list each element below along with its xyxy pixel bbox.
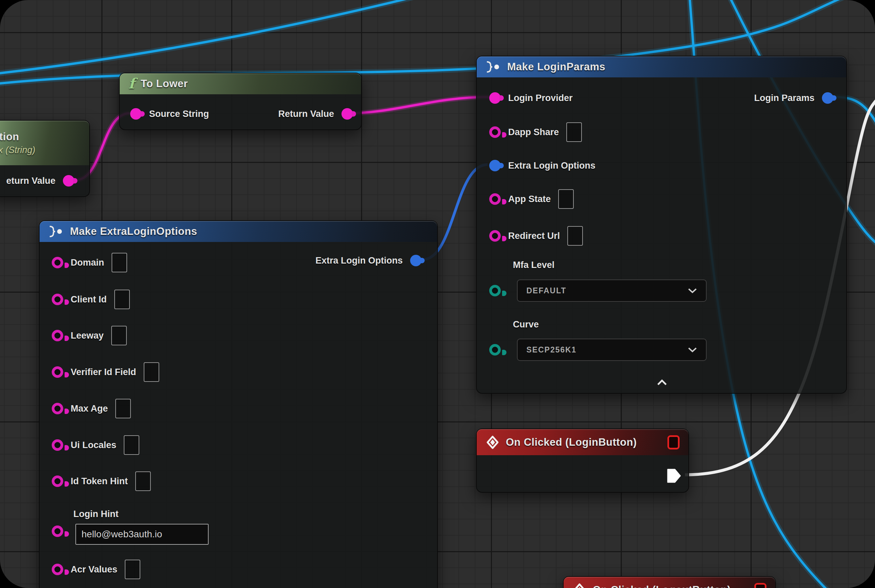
struct-pin-extra-login-options-in[interactable] bbox=[489, 160, 501, 171]
chevron-down-icon bbox=[688, 347, 697, 353]
pin-label-app-state: App State bbox=[508, 194, 551, 204]
node-on-clicked-login[interactable]: On Clicked (LoginButton) bbox=[476, 429, 689, 493]
pin-row-domain: Domain bbox=[52, 252, 127, 273]
enum-pin-curve[interactable] bbox=[489, 344, 501, 356]
string-pin-redirect-url[interactable] bbox=[489, 230, 501, 242]
node-partial-function-title: tion bbox=[0, 131, 19, 143]
pin-row-extra-login-options-in: Extra Login Options bbox=[489, 155, 595, 176]
string-pin-leeway[interactable] bbox=[52, 330, 63, 341]
node-on-clicked-logout-header[interactable]: On Clicked (LogoutButton) bbox=[564, 577, 775, 588]
node-make-extra-title: Make ExtraLoginOptions bbox=[70, 225, 197, 238]
node-make-login-params-header[interactable]: Make LoginParams bbox=[477, 56, 846, 77]
widget-delegate-icon[interactable] bbox=[754, 583, 767, 588]
struct-pin-login-params-out[interactable] bbox=[822, 92, 833, 104]
node-to-lower[interactable]: f To Lower Source String Return Value bbox=[119, 73, 362, 130]
return-value-label: Return Value bbox=[278, 109, 334, 119]
pin-nub bbox=[65, 531, 69, 537]
partial-return-value-row: eturn Value bbox=[6, 170, 74, 191]
string-pin-ui-locales[interactable] bbox=[52, 439, 63, 451]
string-pin-id-token-hint[interactable] bbox=[52, 476, 63, 487]
chevron-down-icon bbox=[688, 288, 697, 294]
login-hint-label: Login Hint bbox=[74, 509, 118, 519]
partial-return-value-label: eturn Value bbox=[6, 176, 56, 186]
event-icon bbox=[486, 435, 500, 450]
pin-row-leeway: Leeway bbox=[52, 325, 127, 346]
return-value-row: Return Value bbox=[278, 104, 353, 124]
node-on-clicked-logout-title: On Clicked (LogoutButton) bbox=[593, 584, 731, 588]
curve-label: Curve bbox=[513, 320, 539, 330]
make-struct-icon bbox=[486, 61, 501, 73]
app-state-value-box[interactable] bbox=[558, 189, 574, 209]
exec-pin-out[interactable] bbox=[667, 468, 682, 484]
pin-row-ui-locales: Ui Locales bbox=[52, 435, 139, 456]
pin-nub bbox=[499, 95, 504, 101]
pin-row-redirect-url: Redirect Url bbox=[489, 225, 583, 246]
pin-nub bbox=[499, 163, 504, 168]
node-partial-function[interactable]: tion ox (String) eturn Value bbox=[0, 120, 90, 197]
string-pin-domain[interactable] bbox=[52, 257, 63, 268]
node-make-login-params[interactable]: Make LoginParams Login Provider Login Pa… bbox=[476, 56, 847, 394]
node-to-lower-header[interactable]: f To Lower bbox=[120, 74, 361, 94]
string-pin-max-age[interactable] bbox=[52, 403, 63, 414]
pin-label-redirect-url: Redirect Url bbox=[508, 231, 560, 241]
pin-nub bbox=[502, 199, 507, 204]
string-pin-app-state[interactable] bbox=[489, 193, 501, 205]
pin-nub bbox=[65, 481, 69, 487]
ui-locales-value-box[interactable] bbox=[124, 435, 139, 455]
string-pin-source-string[interactable] bbox=[130, 108, 142, 120]
pin-row-dapp-share: Dapp Share bbox=[489, 122, 582, 142]
source-string-row: Source String bbox=[130, 104, 209, 124]
string-pin-verifier-id-field[interactable] bbox=[52, 366, 63, 378]
domain-value-box[interactable] bbox=[111, 253, 127, 272]
leeway-value-box[interactable] bbox=[111, 326, 127, 345]
node-to-lower-title: To Lower bbox=[141, 78, 188, 90]
mfa-level-dropdown[interactable]: DEFAULT bbox=[517, 279, 707, 302]
pin-nub bbox=[140, 111, 145, 117]
pin-label-extra-login-options-in: Extra Login Options bbox=[508, 160, 595, 171]
pin-row-verifier-id-field: Verifier Id Field bbox=[52, 362, 159, 382]
acr-values-value-box[interactable] bbox=[125, 560, 140, 579]
dapp-share-value-box[interactable] bbox=[566, 122, 582, 142]
node-make-extra-login-options[interactable]: Make ExtraLoginOptions Extra Login Optio… bbox=[39, 220, 438, 588]
function-icon: f bbox=[128, 77, 135, 91]
curve-dropdown[interactable]: SECP256K1 bbox=[517, 339, 707, 361]
pin-nub bbox=[65, 262, 69, 268]
max-age-value-box[interactable] bbox=[115, 399, 131, 418]
node-make-login-params-title: Make LoginParams bbox=[507, 61, 606, 73]
string-pin-login-provider[interactable] bbox=[489, 92, 501, 104]
blueprint-graph-canvas[interactable]: tion ox (String) eturn Value f To Lower … bbox=[0, 0, 875, 588]
extra-login-options-out-row: Extra Login Options bbox=[316, 250, 422, 271]
widget-delegate-icon[interactable] bbox=[668, 435, 680, 450]
string-pin-login-hint[interactable] bbox=[52, 525, 63, 537]
pin-label-login-provider: Login Provider bbox=[508, 93, 573, 104]
extra-login-options-out-label: Extra Login Options bbox=[316, 255, 403, 266]
pin-label-id-token-hint: Id Token Hint bbox=[71, 476, 128, 487]
node-on-clicked-logout[interactable]: On Clicked (LogoutButton) bbox=[563, 576, 776, 588]
string-pin-return-value[interactable] bbox=[341, 108, 353, 120]
pin-nub bbox=[65, 299, 69, 305]
login-hint-input[interactable] bbox=[75, 524, 209, 545]
enum-pin-mfa-level[interactable] bbox=[489, 285, 501, 296]
node-partial-function-header[interactable]: tion ox (String) bbox=[0, 121, 89, 165]
node-on-clicked-login-header[interactable]: On Clicked (LoginButton) bbox=[477, 429, 689, 455]
struct-pin-extra-login-options-out[interactable] bbox=[410, 255, 422, 266]
pin-row-acr-values: Acr Values bbox=[52, 559, 140, 580]
pin-nub bbox=[420, 258, 425, 263]
pin-label-client-id: Client Id bbox=[71, 294, 107, 305]
pin-nub bbox=[502, 236, 507, 241]
client-id-value-box[interactable] bbox=[114, 290, 130, 309]
pin-nub bbox=[65, 408, 69, 414]
string-pin-client-id[interactable] bbox=[52, 294, 63, 305]
collapse-node-button[interactable] bbox=[656, 378, 668, 387]
string-pin-dapp-share[interactable] bbox=[489, 126, 501, 138]
pin-label-leeway: Leeway bbox=[71, 330, 104, 341]
redirect-url-value-box[interactable] bbox=[567, 226, 583, 246]
id-token-hint-value-box[interactable] bbox=[135, 471, 151, 491]
string-pin-return-value-partial[interactable] bbox=[63, 175, 74, 186]
node-make-extra-header[interactable]: Make ExtraLoginOptions bbox=[39, 221, 437, 242]
string-pin-acr-values[interactable] bbox=[52, 564, 63, 575]
pin-label-acr-values: Acr Values bbox=[71, 564, 117, 575]
pin-label-max-age: Max Age bbox=[71, 404, 108, 414]
pin-label-ui-locales: Ui Locales bbox=[71, 440, 116, 450]
verifier-id-field-value-box[interactable] bbox=[144, 362, 159, 382]
